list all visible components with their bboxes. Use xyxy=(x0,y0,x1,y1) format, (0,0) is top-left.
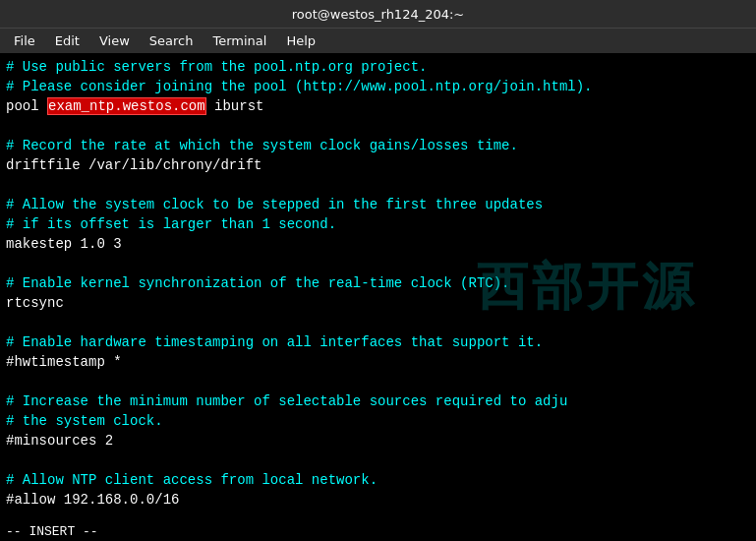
titlebar: root@westos_rh124_204:~ xyxy=(0,0,756,28)
line-1: # Use public servers from the pool.ntp.o… xyxy=(6,57,750,77)
line-15: # Enable hardware timestamping on all in… xyxy=(6,332,750,352)
terminal-window: root@westos_rh124_204:~ File Edit View S… xyxy=(0,0,756,541)
line-22: # Allow NTP client access from local net… xyxy=(6,470,750,490)
status-bar: -- INSERT -- xyxy=(0,521,756,541)
menu-terminal[interactable]: Terminal xyxy=(204,31,274,50)
line-12: # Enable kernel synchronization of the r… xyxy=(6,273,750,293)
line-2: # Please consider joining the pool (http… xyxy=(6,77,750,96)
menu-help[interactable]: Help xyxy=(278,31,323,50)
menu-search[interactable]: Search xyxy=(142,31,202,50)
line-19: # the system clock. xyxy=(6,411,750,431)
menu-file[interactable]: File xyxy=(6,31,43,50)
line-6: driftfile /var/lib/chrony/drift xyxy=(6,155,750,175)
line-13: rtcsync xyxy=(6,293,750,313)
line-9: # if its offset is larger than 1 second. xyxy=(6,214,750,234)
line-4 xyxy=(6,116,750,136)
terminal-content[interactable]: 西部开源 # Use public servers from the pool.… xyxy=(0,53,756,521)
line-3: pool exam_ntp.westos.com iburst xyxy=(6,96,750,116)
menu-edit[interactable]: Edit xyxy=(47,31,87,50)
line-20: #minsources 2 xyxy=(6,431,750,451)
window-title: root@westos_rh124_204:~ xyxy=(292,7,465,22)
vim-status: -- INSERT -- xyxy=(6,524,98,539)
line-17 xyxy=(6,372,750,391)
line-11 xyxy=(6,254,750,273)
line-7 xyxy=(6,175,750,195)
highlighted-hostname: exam_ntp.westos.com xyxy=(47,97,206,115)
line-10: makestep 1.0 3 xyxy=(6,234,750,254)
line-23: #allow 192.168.0.0/16 xyxy=(6,490,750,510)
line-18: # Increase the minimum number of selecta… xyxy=(6,391,750,411)
line-5: # Record the rate at which the system cl… xyxy=(6,136,750,155)
menu-view[interactable]: View xyxy=(91,31,138,50)
line-21 xyxy=(6,451,750,470)
menubar: File Edit View Search Terminal Help xyxy=(0,28,756,53)
line-8: # Allow the system clock to be stepped i… xyxy=(6,195,750,214)
line-16: #hwtimestamp * xyxy=(6,352,750,372)
line-14 xyxy=(6,313,750,332)
